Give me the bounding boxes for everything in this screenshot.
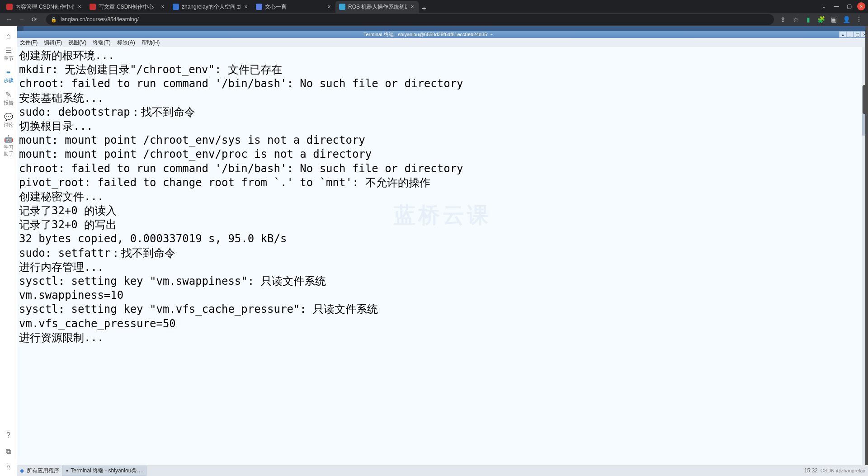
share-icon[interactable]: ⇪ (779, 16, 787, 23)
profile-icon[interactable]: 👤 (843, 16, 850, 23)
terminal-maximize-button[interactable]: ▢ (854, 31, 861, 38)
menu-help[interactable]: 帮助(H) (142, 39, 160, 47)
tab-title: 内容管理-CSDN创作中心 (15, 3, 74, 11)
terminal-viewport[interactable]: 创建新的根环境... mkdir: 无法创建目录"/chroot_env": 文… (17, 47, 862, 465)
extension-icon[interactable]: ▮ (805, 16, 812, 23)
reload-button[interactable]: ⟳ (31, 16, 38, 23)
terminal-output: 创建新的根环境... mkdir: 无法创建目录"/chroot_env": 文… (19, 49, 860, 345)
new-tab-button[interactable]: + (419, 5, 429, 13)
sidebar-item-report[interactable]: ✎报告 (0, 88, 17, 110)
chevron-down-icon[interactable]: ⌄ (817, 3, 830, 9)
terminal-menubar: 文件(F) 编辑(E) 视图(V) 终端(T) 标签(A) 帮助(H) (17, 38, 868, 47)
menu-terminal[interactable]: 终端(T) (93, 39, 110, 47)
close-window-button[interactable]: × (857, 2, 865, 10)
sidebar-item-home[interactable]: ⌂ (0, 29, 17, 43)
sidebar-item-steps[interactable]: ≡步骤 (0, 66, 17, 88)
browser-tabstrip: 内容管理-CSDN创作中心 × 写文章-CSDN创作中心 × zhangrela… (0, 0, 868, 13)
kebab-menu-icon[interactable]: ⋮ (855, 16, 863, 23)
favicon (173, 4, 179, 10)
menu-view[interactable]: 视图(V) (68, 39, 86, 47)
apps-menu-label[interactable]: 所有应用程序 (27, 467, 59, 475)
sidebar-item-upload[interactable]: ⇪ (0, 460, 17, 476)
page-content: ⌂ ☰章节 ≡步骤 ✎报告 💬讨论 🤖学习 助手 ? ⧉ ⇪ Terminal … (0, 26, 868, 476)
bookmark-icon[interactable]: ☆ (792, 16, 799, 23)
forward-button[interactable]: → (18, 16, 25, 23)
minimize-window-button[interactable]: — (830, 3, 843, 9)
terminal-icon: ▪ (66, 467, 68, 474)
terminal-window-title: Terminal 终端 - shiyanlou@6558d39f6df81ecc… (17, 31, 839, 38)
vm-taskbar: ◆ 所有应用程序 ▪ Terminal 终端 - shiyanlou@… 15:… (17, 465, 868, 476)
browser-tab-2[interactable]: zhangrelay的个人空间-zh × (169, 1, 252, 13)
sidebar-item-assistant[interactable]: 🤖学习 助手 (0, 132, 17, 161)
list-icon: ☰ (5, 47, 12, 54)
menu-file[interactable]: 文件(F) (20, 39, 38, 47)
sidebar-item-help[interactable]: ? (0, 427, 17, 443)
home-icon: ⌂ (6, 33, 11, 40)
favicon (90, 4, 96, 10)
terminal-rollup-button[interactable]: ▴ (839, 31, 846, 38)
restore-window-button[interactable]: ▢ (843, 3, 855, 9)
sidebar-item-copy[interactable]: ⧉ (0, 443, 17, 460)
taskbar-item-label: Terminal 终端 - shiyanlou@… (71, 467, 142, 475)
steps-icon: ≡ (6, 69, 10, 76)
watermark-credit: CSDN @zhangrelay (821, 468, 865, 473)
menu-edit[interactable]: 编辑(E) (44, 39, 62, 47)
browser-toolbar: ← → ⟳ 🔒 lanqiao.cn/courses/854/learning/… (0, 13, 868, 26)
close-icon[interactable]: × (160, 4, 165, 10)
lock-icon: 🔒 (51, 17, 57, 23)
sidebar-item-label: 报告 (4, 99, 14, 106)
upload-icon: ⇪ (5, 464, 11, 471)
vm-corner-badge (17, 26, 24, 31)
terminal-minimize-button[interactable]: _ (846, 31, 854, 38)
sidebar-item-label: 讨论 (4, 122, 14, 128)
pencil-icon: ✎ (5, 91, 11, 99)
favicon (339, 4, 345, 10)
tab-title: 写文章-CSDN创作中心 (99, 3, 157, 11)
browser-tab-1[interactable]: 写文章-CSDN创作中心 × (86, 1, 169, 13)
sidebar-item-label: 章节 (4, 55, 14, 62)
copy-icon: ⧉ (6, 448, 11, 455)
close-icon[interactable]: × (243, 4, 249, 10)
sidebar-item-chapters[interactable]: ☰章节 (0, 43, 17, 66)
help-icon: ? (6, 432, 10, 439)
apps-menu-icon[interactable]: ◆ (20, 467, 24, 474)
close-icon[interactable]: × (326, 4, 332, 10)
tab-title: zhangrelay的个人空间-zh (182, 3, 241, 11)
sidebar-item-discuss[interactable]: 💬讨论 (0, 110, 17, 132)
menu-tabs[interactable]: 标签(A) (117, 39, 135, 47)
favicon (256, 4, 262, 10)
right-panel-handle[interactable] (863, 85, 868, 114)
terminal-titlebar[interactable]: Terminal 终端 - shiyanlou@6558d39f6df81ecc… (17, 31, 868, 38)
browser-tab-4[interactable]: ROS 机器人操作系统初级 × (335, 1, 419, 13)
back-button[interactable]: ← (5, 16, 13, 23)
browser-tab-3[interactable]: 文心一言 × (252, 1, 335, 13)
extensions-menu-icon[interactable]: 🧩 (817, 16, 825, 23)
url-text: lanqiao.cn/courses/854/learning/ (61, 16, 139, 23)
tab-title: ROS 机器人操作系统初级 (348, 3, 407, 11)
close-icon[interactable]: × (410, 4, 415, 10)
taskbar-item-terminal[interactable]: ▪ Terminal 终端 - shiyanlou@… (62, 466, 146, 476)
robot-icon: 🤖 (4, 136, 13, 143)
close-icon[interactable]: × (77, 4, 82, 10)
favicon (6, 4, 13, 10)
tab-title: 文心一言 (265, 3, 324, 11)
sidebar-item-label: 步骤 (4, 77, 14, 84)
sidebar-item-label: 学习 助手 (4, 144, 14, 157)
address-bar[interactable]: 🔒 lanqiao.cn/courses/854/learning/ (46, 14, 774, 25)
taskbar-clock: 15:32 (804, 467, 818, 474)
vm-desktop: Terminal 终端 - shiyanlou@6558d39f6df81ecc… (17, 26, 868, 476)
sidepanel-icon[interactable]: ▣ (830, 16, 837, 23)
browser-tab-0[interactable]: 内容管理-CSDN创作中心 × (3, 1, 86, 13)
chat-icon: 💬 (4, 113, 13, 121)
left-sidebar: ⌂ ☰章节 ≡步骤 ✎报告 💬讨论 🤖学习 助手 ? ⧉ ⇪ (0, 26, 17, 476)
